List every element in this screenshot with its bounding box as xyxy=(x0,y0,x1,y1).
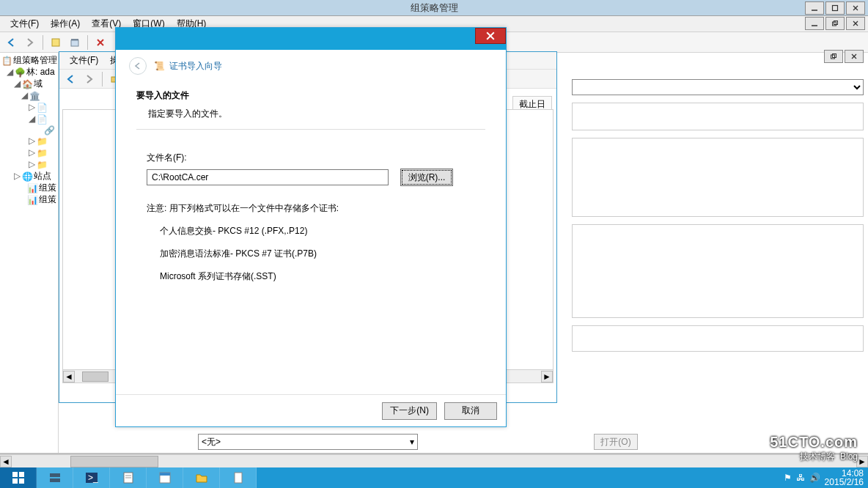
panel-close-button[interactable] xyxy=(845,50,864,63)
tray-date: 2015/2/16 xyxy=(825,478,864,487)
wizard-body: 要导入的文件 指定要导入的文件。 文件名(F): 浏览(R)... 注意: 用下… xyxy=(136,89,485,390)
toolbar-icon-2[interactable] xyxy=(67,34,83,51)
lower-strip: <无> ▾ 打开(O) xyxy=(198,431,677,453)
close-button[interactable] xyxy=(846,1,865,15)
tray-flag-icon[interactable]: ⚑ xyxy=(784,473,792,483)
svg-rect-36 xyxy=(160,473,170,476)
mmc-icon xyxy=(158,470,172,485)
svg-rect-37 xyxy=(235,473,242,483)
mdi-restore-button[interactable] xyxy=(825,17,845,30)
panel-restore-button[interactable] xyxy=(824,50,843,63)
maximize-button[interactable] xyxy=(825,1,845,15)
host-hscrollbar[interactable]: ◄ ► xyxy=(0,454,868,467)
browse-button[interactable]: 浏览(R)... xyxy=(400,169,453,186)
task-server-manager[interactable] xyxy=(37,467,73,488)
menu-action[interactable]: 操作(A) xyxy=(45,16,86,32)
host-scroll-right-icon[interactable]: ► xyxy=(856,456,868,467)
wizard-titlebar[interactable] xyxy=(116,28,506,50)
svg-rect-28 xyxy=(50,473,60,477)
folder-icon xyxy=(194,470,209,485)
tree-gp-result[interactable]: 组策 xyxy=(39,193,56,205)
right-panel-2 xyxy=(572,138,864,217)
svg-rect-24 xyxy=(12,472,18,477)
ou-icon: 📁 xyxy=(37,147,47,158)
svg-rect-9 xyxy=(52,39,59,46)
toolbar-icon-1[interactable] xyxy=(48,34,64,51)
link-icon: 🔗 xyxy=(44,125,54,135)
domains-icon: 🏠 xyxy=(22,78,32,89)
wizard-title: 证书导入向导 xyxy=(169,60,222,73)
doc-icon xyxy=(231,470,246,485)
wizard-footer: 下一步(N) 取消 xyxy=(116,394,506,426)
forest-icon: 🌳 xyxy=(15,67,25,77)
task-app-3[interactable] xyxy=(220,467,257,488)
start-button[interactable] xyxy=(0,467,37,488)
gpo-icon: 📄 xyxy=(37,102,47,112)
menu-file[interactable]: 文件(F) xyxy=(4,16,45,32)
scroll-right-icon[interactable]: ► xyxy=(541,371,553,382)
taskbar: >_ ⚑ 🖧 🔊 14:08 2015/2/16 xyxy=(0,467,868,488)
next-button[interactable]: 下一步(N) xyxy=(382,402,437,420)
minimize-button[interactable] xyxy=(805,1,824,15)
file-name-input[interactable] xyxy=(147,169,389,185)
sites-icon: 🌐 xyxy=(22,171,32,181)
svg-rect-1 xyxy=(833,5,838,10)
wizard-back-icon[interactable] xyxy=(129,57,147,75)
svg-rect-29 xyxy=(50,478,60,482)
notepad-icon xyxy=(121,470,136,485)
lower-combobox[interactable]: <无> ▾ xyxy=(198,434,418,450)
windows-logo-icon xyxy=(12,471,25,484)
format-note: 注意: 用下列格式可以在一个文件中存储多个证书: xyxy=(147,202,485,215)
system-tray[interactable]: ⚑ 🖧 🔊 14:08 2015/2/16 xyxy=(779,467,868,488)
right-dropdown[interactable] xyxy=(572,79,864,95)
svg-text:>_: >_ xyxy=(88,473,98,483)
host-scroll-left-icon[interactable]: ◄ xyxy=(0,456,12,467)
mdi-minimize-button[interactable] xyxy=(805,17,824,30)
right-panel-3 xyxy=(572,224,864,318)
svg-rect-10 xyxy=(71,40,78,46)
task-explorer[interactable] xyxy=(183,467,220,488)
chevron-down-icon: ▾ xyxy=(410,437,414,447)
cancel-button[interactable]: 取消 xyxy=(444,402,497,420)
format-pkcs7: 加密消息语法标准- PKCS #7 证书(.P7B) xyxy=(147,248,485,260)
tree-gp-model[interactable]: 组策 xyxy=(39,182,56,193)
wizard-close-button[interactable] xyxy=(475,28,506,44)
task-app-1[interactable] xyxy=(110,467,147,488)
tree-sites-label[interactable]: 站点 xyxy=(34,170,51,182)
domain-icon: 🏛️ xyxy=(29,90,40,100)
win2-back-button[interactable] xyxy=(62,71,78,87)
scroll-left-icon[interactable]: ◄ xyxy=(63,371,75,382)
lower-combo-value: <无> xyxy=(202,436,221,448)
tray-network-icon[interactable]: 🖧 xyxy=(796,473,805,483)
win2-forward-button[interactable] xyxy=(81,71,98,87)
wizard-section-sub: 指定要导入的文件。 xyxy=(136,108,485,120)
nav-forward-button[interactable] xyxy=(22,34,38,51)
delete-icon[interactable] xyxy=(92,34,108,51)
navigation-tree[interactable]: 📋组策略管理 ◢🌳林: ada ◢🏠域 ◢🏛️ ▷📄 ◢📄 🔗 ▷📁 ▷📁 ▷📁… xyxy=(0,53,59,453)
tree-forest-label[interactable]: 林: ada xyxy=(26,66,55,78)
wizard-section-title: 要导入的文件 xyxy=(136,89,485,102)
wizard-header: 📜 证书导入向导 xyxy=(116,50,506,82)
format-pkcs12: 个人信息交换- PKCS #12 (.PFX,.P12) xyxy=(147,225,485,237)
svg-rect-25 xyxy=(19,472,24,477)
scroll-thumb[interactable] xyxy=(82,371,108,382)
server-icon xyxy=(48,470,62,485)
main-window-titlebar: 组策略管理 xyxy=(0,0,868,16)
win2-menu-file[interactable]: 文件(F) xyxy=(64,53,104,68)
tree-domains-label[interactable]: 域 xyxy=(34,78,43,89)
task-app-2[interactable] xyxy=(147,467,183,488)
cert-import-wizard: 📜 证书导入向导 要导入的文件 指定要导入的文件。 文件名(F): 浏览(R).… xyxy=(115,27,507,427)
ou-icon: 📁 xyxy=(37,159,47,169)
right-panels xyxy=(572,51,864,454)
open-button[interactable]: 打开(O) xyxy=(594,434,638,450)
divider xyxy=(136,129,485,130)
task-powershell[interactable]: >_ xyxy=(73,467,110,488)
host-scroll-thumb[interactable] xyxy=(70,456,158,467)
report-icon: 📊 xyxy=(27,194,37,204)
tray-sound-icon[interactable]: 🔊 xyxy=(809,473,820,483)
gpo-icon: 📄 xyxy=(37,114,47,124)
svg-rect-11 xyxy=(71,39,78,40)
svg-rect-26 xyxy=(12,478,18,484)
nav-back-button[interactable] xyxy=(3,34,19,51)
mdi-close-button[interactable] xyxy=(846,17,865,30)
